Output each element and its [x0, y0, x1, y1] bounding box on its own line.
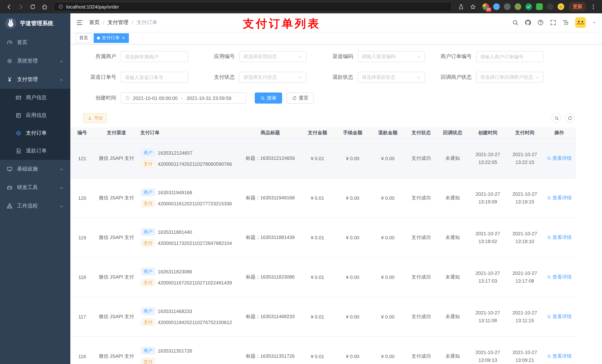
cell-id: 116: [70, 354, 94, 359]
browser-forward-button[interactable]: [16, 1, 26, 12]
export-button[interactable]: 导出: [83, 113, 107, 123]
chevron-down-icon: [59, 59, 64, 64]
tab-home[interactable]: 首页: [76, 33, 91, 43]
blue-extension-icon[interactable]: [493, 3, 500, 10]
green-check-extension-icon[interactable]: [525, 3, 532, 10]
font-size-button[interactable]: [562, 19, 569, 26]
view-detail-link[interactable]: 查看详情: [544, 155, 575, 162]
caret-down-icon: [592, 20, 596, 25]
user-menu-caret[interactable]: [592, 20, 596, 25]
view-detail-link[interactable]: 查看详情: [544, 313, 575, 320]
help-button[interactable]: [537, 19, 544, 26]
create-time-range-picker[interactable]: 2021-10-01 00:00:00 - 2021-10-31 23:59:5…: [121, 93, 247, 104]
pay-status-select[interactable]: 请选择支付状态: [239, 72, 307, 83]
sidebar-item-refund-order[interactable]: 退款订单: [0, 142, 70, 160]
green-chat-extension-icon[interactable]: [536, 3, 543, 10]
cell-notify: 未通知: [437, 353, 468, 360]
cell-title: 标题：1635312124656: [241, 155, 300, 162]
browser-update-button[interactable]: 更新: [569, 2, 586, 11]
breadcrumb-item[interactable]: 首页: [89, 19, 100, 26]
column-header-action: 操作: [542, 129, 576, 136]
fullscreen-button[interactable]: [550, 19, 557, 26]
merchant-order-no-field: [476, 51, 544, 62]
cell-notify: 未通知: [437, 313, 468, 320]
address-bar[interactable]: localhost:1024/pay/order: [53, 2, 452, 11]
channel-code-label: 渠道编码: [312, 53, 353, 60]
merchant-order-no-input[interactable]: [480, 54, 539, 59]
dark-extension-icon[interactable]: [547, 3, 553, 10]
close-tab-button[interactable]: [121, 36, 126, 40]
cell-fee: ¥ 0.00: [335, 314, 370, 319]
font-size-icon: [562, 19, 569, 26]
cell-action: 查看详情: [542, 274, 576, 281]
header-search-button[interactable]: [512, 19, 519, 26]
check-icon: [526, 4, 531, 9]
app-no-select[interactable]: 请选择应用信息: [239, 51, 307, 62]
pay-tag: 支付: [141, 358, 155, 364]
view-detail-link[interactable]: 查看详情: [544, 234, 575, 241]
cell-notify: 未通知: [437, 274, 468, 281]
browser-home-button[interactable]: [39, 1, 50, 12]
view-detail-link[interactable]: 查看详情: [544, 195, 575, 201]
breadcrumb-separator: /: [132, 20, 133, 26]
merchant-order-no-label: 商户订单编号: [430, 53, 472, 60]
share-button[interactable]: [456, 1, 466, 12]
extensions-grid-icon[interactable]: 10: [483, 3, 489, 10]
sidebar-item-label: 首页: [17, 39, 27, 46]
sidebar-item-workflow[interactable]: 工作流程: [0, 197, 70, 215]
reset-button[interactable]: 重置: [287, 93, 314, 104]
face-extension-icon[interactable]: [558, 3, 564, 10]
yen-icon: [7, 77, 13, 83]
chevron-down-icon: [417, 75, 421, 80]
face-icon: [558, 4, 563, 9]
merchant-order-no: 1635311881440: [158, 229, 192, 235]
sidebar-item-pay-order[interactable]: 支付订单: [0, 124, 70, 142]
home-icon: [41, 3, 48, 10]
cell-id: 121: [70, 156, 94, 161]
sidebar-item-infrastructure[interactable]: 基础设施: [0, 160, 70, 178]
bookmark-star-button[interactable]: [468, 1, 478, 12]
channel-code-select[interactable]: 请输入渠道编码: [358, 51, 425, 62]
browser-back-button[interactable]: [4, 1, 14, 12]
search-button[interactable]: 搜索: [255, 93, 282, 104]
gray-extension-icon[interactable]: [504, 3, 511, 10]
sidebar-item-payment[interactable]: 支付管理: [0, 70, 70, 89]
rabbit-icon: [6, 19, 15, 28]
browser-reload-button[interactable]: [27, 1, 38, 12]
tab-pay-order[interactable]: 支付订单: [94, 33, 129, 43]
site-info-icon[interactable]: [58, 4, 63, 9]
merchant-tag: 商户: [141, 189, 155, 196]
app-logo[interactable]: 芋道管理系统: [0, 13, 70, 33]
user-avatar[interactable]: [575, 17, 586, 28]
column-header-id: 编号: [70, 129, 94, 136]
submenu-payment: 商户信息应用信息支付订单退款订单: [0, 89, 70, 160]
sidebar-item-home[interactable]: 首页: [0, 33, 70, 52]
browser-menu-button[interactable]: [588, 1, 598, 12]
sidebar-item-label: 商户信息: [26, 94, 47, 101]
sidebar-item-merchant-info[interactable]: 商户信息: [0, 89, 70, 106]
breadcrumb-item[interactable]: 支付管理: [108, 19, 129, 26]
merchant-input[interactable]: [125, 54, 184, 59]
hamburger-icon[interactable]: [76, 19, 83, 26]
refund-status-select[interactable]: 请选择退款状态: [358, 72, 425, 83]
search-icon: [547, 354, 551, 358]
sidebar-item-dev-tools[interactable]: 研发工具: [0, 178, 70, 197]
merchant-order-no: 1635311351726: [158, 348, 192, 354]
cell-id: 120: [70, 195, 94, 201]
notify-status-select[interactable]: 请选择订单回调商户状态: [476, 72, 544, 83]
view-detail-link[interactable]: 查看详情: [544, 274, 575, 281]
github-link[interactable]: [525, 19, 531, 26]
sidebar-item-app-info[interactable]: 应用信息: [0, 106, 70, 124]
refresh-table-button[interactable]: [565, 113, 575, 123]
merchant-order-no: 1635311949168: [158, 190, 192, 195]
refresh-icon: [567, 116, 572, 120]
olive-extension-icon[interactable]: [515, 3, 521, 10]
sidebar-item-label: 支付订单: [26, 130, 47, 136]
toggle-search-panel-button[interactable]: [552, 113, 561, 123]
search-icon: [547, 196, 551, 200]
view-detail-link[interactable]: 查看详情: [544, 353, 575, 360]
sidebar-item-system[interactable]: 系统管理: [0, 52, 70, 70]
create-time: 2021-10-27 13:17:03: [472, 269, 504, 285]
cell-refund: ¥ 0.00: [370, 314, 405, 319]
channel-order-no-input[interactable]: [125, 74, 184, 80]
